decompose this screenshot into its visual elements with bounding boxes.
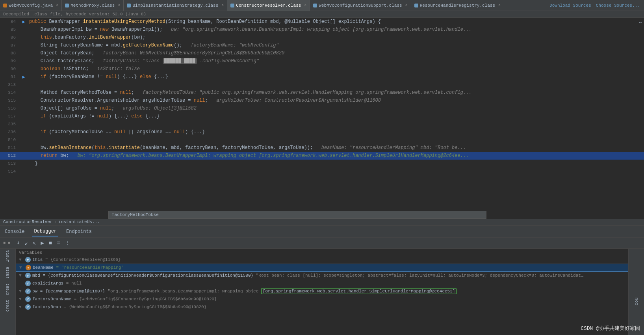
- class-icon-2: [127, 4, 131, 7]
- code-line-335: 335: [0, 120, 644, 128]
- code-line-316: 316 Object[] argsToUse = null; argsToUse…: [0, 104, 644, 112]
- code-line-314: 314 Method factoryMethodToUse = null; fa…: [0, 89, 644, 97]
- subtitle-bar: Decompiled .class file, bytecode version…: [0, 11, 644, 18]
- var-row-mbd[interactable]: ▼ f mbd = {ConfigurationClassBeanDefinit…: [16, 272, 628, 279]
- tab-methodproxy[interactable]: MethodProxy.class ×: [62, 0, 124, 11]
- var-row-explicitargs[interactable]: f explicitArgs = null: [16, 279, 628, 287]
- tab-webmvcconfigurationsupport[interactable]: WebMvcConfigurationSupport.class ×: [310, 0, 411, 11]
- code-line-84: 84 ▶ public BeanWrapper instantiateUsing…: [0, 18, 644, 26]
- cou-label[interactable]: Cou: [634, 298, 639, 305]
- create-label-2[interactable]: creat: [6, 300, 10, 312]
- code-line-510: 510: [0, 136, 644, 144]
- step-into-btn[interactable]: ↙: [23, 239, 29, 247]
- panel-tabs: Console Debugger Endpoints: [0, 226, 644, 238]
- panel-toolbar: ■ ■ ⬇ ↙ ↖ ▶ ■ ≡ ⋮: [0, 238, 644, 249]
- var-row-beanname[interactable]: ▼ f beanName = "resourceHandlerMapping": [16, 264, 628, 272]
- var-row-bw[interactable]: ▼ f bw = {BeanWrapperImpl@11607} "org.sp…: [16, 287, 628, 295]
- insta-label-2[interactable]: Insta: [6, 267, 10, 279]
- tooltip-title: factoryMethodToUse: [109, 211, 486, 219]
- resume-btn[interactable]: ▶: [39, 239, 45, 247]
- code-line-86: 86 this.beanFactory.initBeanWrapper(bw);: [0, 34, 644, 41]
- code-line-317: 317 if (explicitArgs != null) {...} else…: [0, 112, 644, 120]
- class-icon-5: [414, 4, 418, 7]
- tab-resourcehandlerregistry[interactable]: ResourceHandlerRegistry.class ×: [411, 0, 504, 11]
- java-icon: [3, 4, 7, 7]
- class-icon-3: [230, 4, 234, 7]
- tab-close-4[interactable]: ×: [405, 3, 408, 7]
- download-sources-link[interactable]: Download Sources: [549, 3, 591, 8]
- step-over-btn[interactable]: ⬇: [15, 239, 21, 247]
- more-btn[interactable]: ⋮: [63, 239, 72, 247]
- code-line-313: 313: [0, 81, 644, 89]
- tab-constructorresolver[interactable]: ConstructorResolver.class ×: [227, 0, 310, 11]
- create-label[interactable]: creat: [6, 283, 10, 295]
- code-line-514: 514: [0, 168, 644, 175]
- class-icon: [65, 4, 69, 7]
- var-row-factorybean[interactable]: ▼ f factoryBean = {WebMvcConfig$$Enhance…: [16, 303, 628, 311]
- evaluate-btn[interactable]: ≡: [55, 239, 61, 247]
- code-line-90: 90 boolean isStatic; isStatic: false: [0, 65, 644, 73]
- breadcrumb-bar: ConstructorResolver › instantiateUs...: [0, 219, 644, 225]
- code-line-85: 85 BeanWrapperImpl bw = new BeanWrapperI…: [0, 26, 644, 34]
- code-line-315: 315 ConstructorResolver.ArgumentsHolder …: [0, 97, 644, 104]
- tab-webmvcconfig[interactable]: WebMvcConfig.java ×: [0, 0, 62, 11]
- tab-bar-right-actions: Download Sources Choose Sources...: [549, 3, 644, 8]
- class-icon-4: [313, 4, 317, 7]
- var-row-factorybeanname[interactable]: ▼ f factoryBeanName = {WebMvcConfig$$Enh…: [16, 295, 628, 303]
- code-line-511: 511 bw.setBeanInstance(this.instantiate(…: [0, 144, 644, 152]
- code-line-87: 87 String factoryBeanName = mbd.getFacto…: [0, 41, 644, 49]
- code-line-336: 336 if (factoryMethodToUse == null || ar…: [0, 128, 644, 136]
- panel-tab-debugger[interactable]: Debugger: [32, 227, 58, 236]
- tab-close-0[interactable]: ×: [56, 3, 58, 7]
- tab-close-5[interactable]: ×: [498, 3, 501, 7]
- right-mini-panel: Cou: [628, 249, 644, 335]
- tab-close-3[interactable]: ×: [304, 3, 306, 7]
- breadcrumb-part-2[interactable]: instantiateUs...: [58, 220, 100, 224]
- debugger-label: ■ ■: [3, 241, 10, 245]
- code-line-89: 89 Class factoryClass; factoryClass: "cl…: [0, 57, 644, 65]
- variables-content: Variables ▼ f this = {ConstructorResolve…: [16, 249, 628, 335]
- stop-btn[interactable]: ■: [47, 239, 54, 247]
- bottom-panel: Console Debugger Endpoints ■ ■ ⬇ ↙ ↖ ▶ ■…: [0, 225, 644, 335]
- code-line-88: 88 Object factoryBean; factoryBean: WebM…: [0, 49, 644, 57]
- code-area: 84 ▶ public BeanWrapper instantiateUsing…: [0, 18, 644, 219]
- var-row-this[interactable]: ▼ f this = {ConstructorResolver@11396}: [16, 256, 628, 264]
- tab-close-2[interactable]: ×: [221, 3, 224, 7]
- code-line-513: 513 }: [0, 160, 644, 168]
- variables-label: Variables: [16, 249, 628, 256]
- panel-tab-console[interactable]: Console: [3, 227, 26, 236]
- tab-close-1[interactable]: ×: [118, 3, 120, 7]
- breadcrumb-part-1[interactable]: ConstructorResolver: [3, 220, 52, 224]
- insta-label[interactable]: Insta: [6, 250, 10, 262]
- panel-tab-endpoints[interactable]: Endpoints: [65, 227, 93, 236]
- variables-panel: Insta Insta creat creat Variables ▼ f th…: [0, 249, 644, 335]
- code-line-512: 512 return bw; bw: "org.springframework.…: [0, 152, 644, 160]
- tab-bar: WebMvcConfig.java × MethodProxy.class × …: [0, 0, 644, 11]
- choose-sources-link[interactable]: Choose Sources...: [596, 3, 640, 8]
- tooltip-popup: factoryMethodToUse ← → ◎ oo factoryMetho…: [108, 211, 486, 219]
- left-sidebar: Insta Insta creat creat: [0, 249, 16, 335]
- code-line-91: 91 ▶ if (factoryBeanName != null) {...} …: [0, 73, 644, 81]
- tab-simpleinstantiation[interactable]: SimpleInstantiationStrategy.class ×: [124, 0, 227, 11]
- step-out-btn[interactable]: ↖: [31, 239, 37, 247]
